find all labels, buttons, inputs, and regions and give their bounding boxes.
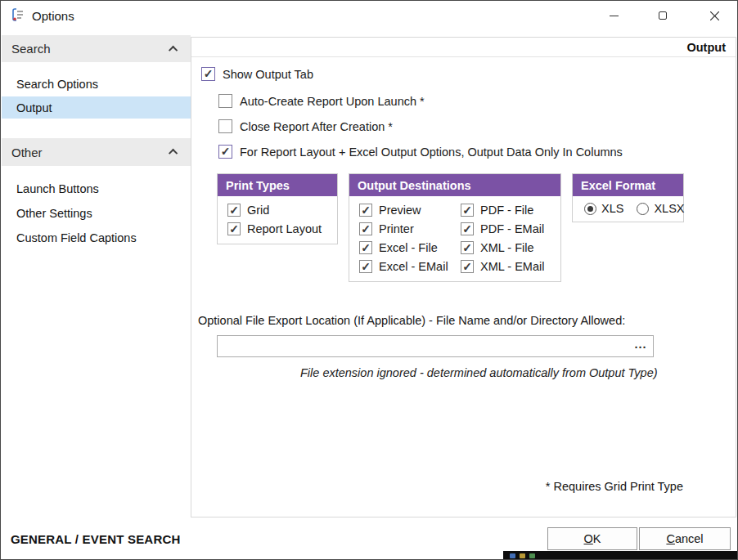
cancel-button-label: Cancel <box>640 532 730 545</box>
checkbox-icon <box>359 204 372 217</box>
app-icon <box>11 7 25 25</box>
panel-title: Output <box>191 38 736 57</box>
radio-xlsx[interactable]: XLSX <box>637 202 684 215</box>
minimize-button[interactable] <box>595 2 632 29</box>
checkbox-xml-file[interactable]: XML - File <box>461 241 556 254</box>
checkbox-icon <box>218 145 232 159</box>
maximize-icon <box>659 11 667 20</box>
checkbox-icon <box>201 67 215 81</box>
checkbox-grid[interactable]: Grid <box>227 204 332 217</box>
print-types-group: Print Types Grid Report Layout <box>217 173 338 244</box>
sidebar-item-search-options[interactable]: Search Options <box>2 73 191 95</box>
sidebar-item-label: Launch Buttons <box>16 182 99 195</box>
export-location-field-wrap: ... <box>217 335 654 357</box>
checkbox-label: XML - File <box>480 241 534 254</box>
checkbox-label: Excel - File <box>379 241 438 254</box>
checkbox-excel-file[interactable]: Excel - File <box>359 241 461 254</box>
checkbox-label: Preview <box>379 204 421 217</box>
section-label: Other <box>11 146 43 159</box>
checkbox-icon <box>461 204 474 217</box>
radio-xls[interactable]: XLS <box>584 202 623 215</box>
checkbox-report-layout[interactable]: Report Layout <box>227 222 332 235</box>
export-location-input[interactable] <box>218 336 628 356</box>
checkbox-label: Auto-Create Report Upon Launch * <box>240 95 425 108</box>
checkbox-label: For Report Layout + Excel Output Options… <box>240 146 623 159</box>
checkbox-printer[interactable]: Printer <box>359 222 461 235</box>
checkbox-label: Show Output Tab <box>223 68 313 81</box>
checkbox-preview[interactable]: Preview <box>359 204 461 217</box>
checkbox-label: Excel - EMail <box>379 260 448 273</box>
checkbox-pdf-email[interactable]: PDF - EMail <box>461 222 556 235</box>
output-settings-panel: Output Show Output Tab Auto-Create Repor… <box>191 37 736 517</box>
chevron-up-icon <box>169 45 178 54</box>
checkbox-icon <box>218 119 232 133</box>
sidebar-section-search[interactable]: Search <box>2 35 191 62</box>
sidebar-item-launch-buttons[interactable]: Launch Buttons <box>2 177 191 199</box>
checkbox-icon <box>227 204 241 217</box>
minimize-icon <box>610 16 619 16</box>
sidebar-item-label: Search Options <box>16 78 98 91</box>
checkbox-label: Printer <box>379 222 414 235</box>
sidebar-item-label: Other Settings <box>16 207 92 220</box>
export-location-label: Optional File Export Location (If Applic… <box>198 314 625 327</box>
export-location-note: File extension ignored - determined auto… <box>300 366 658 379</box>
checkbox-label: PDF - File <box>480 204 533 217</box>
browse-button[interactable]: ... <box>628 334 653 354</box>
checkbox-label: Grid <box>247 204 269 217</box>
checkbox-auto-create-report[interactable]: Auto-Create Report Upon Launch * <box>218 94 425 108</box>
options-dialog: Options Search Search Options Output Oth… <box>0 0 738 560</box>
checkbox-icon <box>218 94 232 108</box>
taskbar-icon <box>529 553 535 558</box>
sidebar-item-label: Output <box>16 101 52 114</box>
checkbox-pdf-file[interactable]: PDF - File <box>461 204 556 217</box>
group-title: Excel Format <box>573 174 683 196</box>
taskbar-icon <box>520 553 525 558</box>
window-title: Options <box>32 9 74 23</box>
checkbox-icon <box>461 260 474 273</box>
checkbox-label: Report Layout <box>247 222 322 235</box>
sidebar-item-output[interactable]: Output <box>2 96 191 119</box>
checkbox-icon <box>227 222 241 235</box>
checkbox-icon <box>461 241 474 254</box>
output-destinations-group: Output Destinations Preview Printer Exce… <box>349 173 561 282</box>
section-label: Search <box>11 42 51 56</box>
radio-label: XLSX <box>654 202 684 215</box>
checkbox-label: XML - EMail <box>480 260 544 273</box>
footer-status-label: GENERAL / EVENT SEARCH <box>11 532 181 546</box>
checkbox-label: PDF - EMail <box>480 222 544 235</box>
ok-button-label: OK <box>548 532 637 545</box>
checkbox-show-output-tab[interactable]: Show Output Tab <box>201 67 313 81</box>
sidebar-item-label: Custom Field Captions <box>16 231 137 244</box>
radio-icon <box>637 203 649 215</box>
cancel-button[interactable]: Cancel <box>639 527 731 550</box>
checkbox-icon <box>359 241 372 254</box>
excel-format-group: Excel Format XLS XLSX <box>572 173 684 222</box>
ok-button[interactable]: OK <box>547 527 637 550</box>
sidebar-item-other-settings[interactable]: Other Settings <box>2 202 191 224</box>
checkbox-icon <box>359 260 372 273</box>
taskbar-sliver <box>503 551 738 560</box>
close-button[interactable] <box>695 2 733 29</box>
checkbox-icon <box>461 222 474 235</box>
requires-grid-footnote: * Requires Grid Print Type <box>546 480 683 493</box>
taskbar-icon <box>510 553 515 558</box>
radio-icon <box>584 203 596 215</box>
sidebar-section-other[interactable]: Other <box>2 138 191 166</box>
checkbox-xml-email[interactable]: XML - EMail <box>461 260 556 273</box>
chevron-up-icon <box>169 149 178 158</box>
checkbox-output-data-only-in-columns[interactable]: For Report Layout + Excel Output Options… <box>218 145 623 159</box>
checkbox-label: Close Report After Creation * <box>240 120 393 133</box>
sidebar-item-custom-field-captions[interactable]: Custom Field Captions <box>2 226 191 249</box>
close-icon <box>710 11 719 20</box>
group-title: Output Destinations <box>349 174 560 196</box>
maximize-button[interactable] <box>644 2 682 29</box>
group-title: Print Types <box>218 174 337 196</box>
radio-label: XLS <box>601 202 623 215</box>
checkbox-close-report-after-creation[interactable]: Close Report After Creation * <box>218 119 393 133</box>
checkbox-icon <box>359 222 372 235</box>
checkbox-excel-email[interactable]: Excel - EMail <box>359 260 461 273</box>
